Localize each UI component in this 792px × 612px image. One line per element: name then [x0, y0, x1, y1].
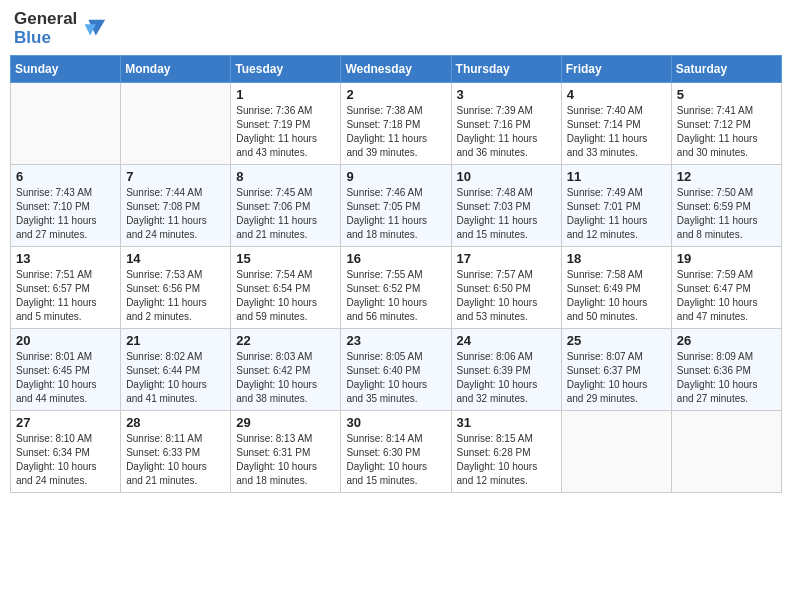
day-cell: 8Sunrise: 7:45 AMSunset: 7:06 PMDaylight…: [231, 165, 341, 247]
day-cell: 7Sunrise: 7:44 AMSunset: 7:08 PMDaylight…: [121, 165, 231, 247]
week-row-4: 20Sunrise: 8:01 AMSunset: 6:45 PMDayligh…: [11, 329, 782, 411]
day-info: Sunrise: 8:10 AMSunset: 6:34 PMDaylight:…: [16, 432, 115, 488]
day-info: Sunrise: 8:06 AMSunset: 6:39 PMDaylight:…: [457, 350, 556, 406]
day-number: 22: [236, 333, 335, 348]
day-cell: 12Sunrise: 7:50 AMSunset: 6:59 PMDayligh…: [671, 165, 781, 247]
day-info: Sunrise: 7:53 AMSunset: 6:56 PMDaylight:…: [126, 268, 225, 324]
day-info: Sunrise: 8:03 AMSunset: 6:42 PMDaylight:…: [236, 350, 335, 406]
day-cell: [561, 411, 671, 493]
day-number: 3: [457, 87, 556, 102]
col-header-monday: Monday: [121, 56, 231, 83]
day-info: Sunrise: 7:50 AMSunset: 6:59 PMDaylight:…: [677, 186, 776, 242]
day-number: 9: [346, 169, 445, 184]
day-cell: 30Sunrise: 8:14 AMSunset: 6:30 PMDayligh…: [341, 411, 451, 493]
day-cell: 19Sunrise: 7:59 AMSunset: 6:47 PMDayligh…: [671, 247, 781, 329]
day-number: 10: [457, 169, 556, 184]
day-cell: 18Sunrise: 7:58 AMSunset: 6:49 PMDayligh…: [561, 247, 671, 329]
day-info: Sunrise: 7:57 AMSunset: 6:50 PMDaylight:…: [457, 268, 556, 324]
day-number: 30: [346, 415, 445, 430]
day-cell: 29Sunrise: 8:13 AMSunset: 6:31 PMDayligh…: [231, 411, 341, 493]
day-info: Sunrise: 7:36 AMSunset: 7:19 PMDaylight:…: [236, 104, 335, 160]
day-info: Sunrise: 8:11 AMSunset: 6:33 PMDaylight:…: [126, 432, 225, 488]
day-number: 25: [567, 333, 666, 348]
day-cell: 23Sunrise: 8:05 AMSunset: 6:40 PMDayligh…: [341, 329, 451, 411]
col-header-friday: Friday: [561, 56, 671, 83]
day-number: 11: [567, 169, 666, 184]
day-cell: 22Sunrise: 8:03 AMSunset: 6:42 PMDayligh…: [231, 329, 341, 411]
col-header-saturday: Saturday: [671, 56, 781, 83]
logo-text: General Blue: [14, 10, 77, 47]
day-info: Sunrise: 7:59 AMSunset: 6:47 PMDaylight:…: [677, 268, 776, 324]
day-number: 26: [677, 333, 776, 348]
day-number: 21: [126, 333, 225, 348]
day-info: Sunrise: 7:51 AMSunset: 6:57 PMDaylight:…: [16, 268, 115, 324]
day-number: 23: [346, 333, 445, 348]
day-cell: [671, 411, 781, 493]
day-number: 12: [677, 169, 776, 184]
day-info: Sunrise: 7:49 AMSunset: 7:01 PMDaylight:…: [567, 186, 666, 242]
day-number: 8: [236, 169, 335, 184]
day-info: Sunrise: 7:44 AMSunset: 7:08 PMDaylight:…: [126, 186, 225, 242]
day-cell: [121, 83, 231, 165]
calendar-table: SundayMondayTuesdayWednesdayThursdayFrid…: [10, 55, 782, 493]
day-number: 5: [677, 87, 776, 102]
day-number: 24: [457, 333, 556, 348]
day-number: 19: [677, 251, 776, 266]
day-number: 14: [126, 251, 225, 266]
day-info: Sunrise: 7:48 AMSunset: 7:03 PMDaylight:…: [457, 186, 556, 242]
day-cell: 3Sunrise: 7:39 AMSunset: 7:16 PMDaylight…: [451, 83, 561, 165]
header-row: SundayMondayTuesdayWednesdayThursdayFrid…: [11, 56, 782, 83]
day-cell: 4Sunrise: 7:40 AMSunset: 7:14 PMDaylight…: [561, 83, 671, 165]
day-number: 1: [236, 87, 335, 102]
day-cell: 2Sunrise: 7:38 AMSunset: 7:18 PMDaylight…: [341, 83, 451, 165]
day-info: Sunrise: 8:14 AMSunset: 6:30 PMDaylight:…: [346, 432, 445, 488]
day-cell: [11, 83, 121, 165]
day-number: 29: [236, 415, 335, 430]
day-cell: 1Sunrise: 7:36 AMSunset: 7:19 PMDaylight…: [231, 83, 341, 165]
week-row-5: 27Sunrise: 8:10 AMSunset: 6:34 PMDayligh…: [11, 411, 782, 493]
day-number: 27: [16, 415, 115, 430]
day-cell: 25Sunrise: 8:07 AMSunset: 6:37 PMDayligh…: [561, 329, 671, 411]
col-header-sunday: Sunday: [11, 56, 121, 83]
day-cell: 15Sunrise: 7:54 AMSunset: 6:54 PMDayligh…: [231, 247, 341, 329]
day-number: 17: [457, 251, 556, 266]
day-info: Sunrise: 7:58 AMSunset: 6:49 PMDaylight:…: [567, 268, 666, 324]
day-cell: 6Sunrise: 7:43 AMSunset: 7:10 PMDaylight…: [11, 165, 121, 247]
day-info: Sunrise: 8:01 AMSunset: 6:45 PMDaylight:…: [16, 350, 115, 406]
day-info: Sunrise: 7:43 AMSunset: 7:10 PMDaylight:…: [16, 186, 115, 242]
page-header: General Blue: [10, 10, 782, 47]
day-number: 18: [567, 251, 666, 266]
day-info: Sunrise: 7:46 AMSunset: 7:05 PMDaylight:…: [346, 186, 445, 242]
day-info: Sunrise: 7:41 AMSunset: 7:12 PMDaylight:…: [677, 104, 776, 160]
day-cell: 28Sunrise: 8:11 AMSunset: 6:33 PMDayligh…: [121, 411, 231, 493]
day-info: Sunrise: 8:07 AMSunset: 6:37 PMDaylight:…: [567, 350, 666, 406]
day-cell: 27Sunrise: 8:10 AMSunset: 6:34 PMDayligh…: [11, 411, 121, 493]
day-info: Sunrise: 8:09 AMSunset: 6:36 PMDaylight:…: [677, 350, 776, 406]
day-cell: 26Sunrise: 8:09 AMSunset: 6:36 PMDayligh…: [671, 329, 781, 411]
day-cell: 10Sunrise: 7:48 AMSunset: 7:03 PMDayligh…: [451, 165, 561, 247]
day-info: Sunrise: 8:15 AMSunset: 6:28 PMDaylight:…: [457, 432, 556, 488]
day-info: Sunrise: 8:05 AMSunset: 6:40 PMDaylight:…: [346, 350, 445, 406]
day-cell: 5Sunrise: 7:41 AMSunset: 7:12 PMDaylight…: [671, 83, 781, 165]
day-cell: 17Sunrise: 7:57 AMSunset: 6:50 PMDayligh…: [451, 247, 561, 329]
week-row-1: 1Sunrise: 7:36 AMSunset: 7:19 PMDaylight…: [11, 83, 782, 165]
day-info: Sunrise: 8:02 AMSunset: 6:44 PMDaylight:…: [126, 350, 225, 406]
col-header-thursday: Thursday: [451, 56, 561, 83]
day-number: 16: [346, 251, 445, 266]
day-cell: 11Sunrise: 7:49 AMSunset: 7:01 PMDayligh…: [561, 165, 671, 247]
day-number: 7: [126, 169, 225, 184]
day-cell: 16Sunrise: 7:55 AMSunset: 6:52 PMDayligh…: [341, 247, 451, 329]
day-number: 4: [567, 87, 666, 102]
day-cell: 31Sunrise: 8:15 AMSunset: 6:28 PMDayligh…: [451, 411, 561, 493]
day-number: 15: [236, 251, 335, 266]
day-number: 28: [126, 415, 225, 430]
logo: General Blue: [14, 10, 107, 47]
day-info: Sunrise: 7:39 AMSunset: 7:16 PMDaylight:…: [457, 104, 556, 160]
logo-icon: [79, 15, 107, 43]
day-info: Sunrise: 7:45 AMSunset: 7:06 PMDaylight:…: [236, 186, 335, 242]
col-header-tuesday: Tuesday: [231, 56, 341, 83]
day-info: Sunrise: 7:55 AMSunset: 6:52 PMDaylight:…: [346, 268, 445, 324]
day-cell: 20Sunrise: 8:01 AMSunset: 6:45 PMDayligh…: [11, 329, 121, 411]
day-cell: 21Sunrise: 8:02 AMSunset: 6:44 PMDayligh…: [121, 329, 231, 411]
day-number: 6: [16, 169, 115, 184]
